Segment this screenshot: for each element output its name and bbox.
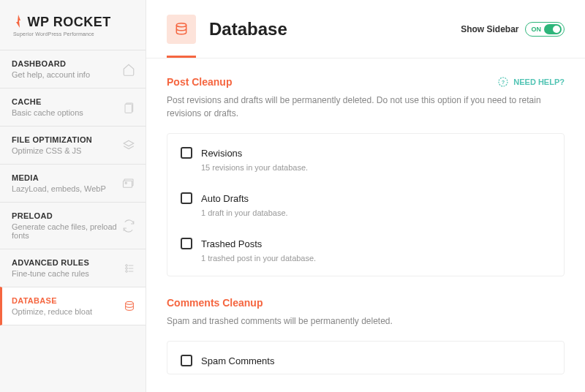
post-cleanup-card: Revisions 15 revisions in your database.… — [167, 133, 565, 276]
refresh-icon — [122, 219, 135, 233]
checkbox-auto-drafts[interactable] — [181, 192, 192, 204]
section-desc: Post revisions and drafts will be perman… — [167, 94, 565, 120]
sidebar-item-preload[interactable]: PRELOAD Generate cache files, preload fo… — [0, 202, 146, 249]
sidebar-item-file-optimization[interactable]: FILE OPTIMIZATION Optimize CSS & JS — [0, 126, 146, 164]
check-label: Revisions — [201, 148, 242, 159]
database-icon — [124, 300, 135, 313]
checkbox-revisions[interactable] — [181, 147, 192, 159]
toggle-knob — [544, 24, 562, 34]
toggle-switch[interactable]: ON — [525, 22, 565, 37]
nav-sub: LazyLoad, embeds, WebP — [12, 184, 134, 193]
check-label: Spam Comments — [201, 355, 274, 366]
help-label: NEED HELP? — [513, 78, 565, 86]
svg-rect-1 — [125, 104, 132, 113]
layers-icon — [122, 139, 135, 152]
section-title-post-cleanup: Post Cleanup — [167, 76, 232, 88]
home-icon — [122, 63, 135, 76]
nav-sub: Fine-tune cache rules — [12, 269, 134, 278]
option-spam-comments: Spam Comments — [167, 344, 564, 371]
section-desc: Spam and trashed comments will be perman… — [167, 314, 565, 328]
comments-cleanup-card: Spam Comments — [167, 341, 565, 374]
nav-title: DATABASE — [12, 296, 134, 305]
logo-text-rocket: ROCKET — [53, 15, 111, 29]
option-auto-drafts: Auto Drafts 1 draft in your database. — [167, 182, 564, 227]
section-title-comments-cleanup: Comments Cleanup — [167, 297, 565, 309]
option-revisions: Revisions 15 revisions in your database. — [167, 137, 564, 182]
need-help-link[interactable]: ? NEED HELP? — [497, 76, 565, 88]
page-title: Database — [209, 19, 461, 39]
nav-title: ADVANCED RULES — [12, 258, 134, 267]
nav-title: CACHE — [12, 97, 134, 106]
logo-text-wp: WP — [28, 15, 50, 29]
page-header: Database Show Sidebar ON — [146, 0, 585, 44]
svg-point-7 — [126, 267, 128, 269]
sidebar-item-database[interactable]: DATABASE Optimize, reduce bloat — [0, 287, 146, 325]
svg-point-12 — [176, 23, 186, 27]
checkbox-trashed-posts[interactable] — [181, 238, 192, 249]
sidebar: WP ROCKET Superior WordPress Performance… — [0, 0, 146, 392]
nav-title: FILE OPTIMIZATION — [12, 135, 134, 144]
section-head: Post Cleanup ? NEED HELP? — [167, 76, 565, 88]
rocket-icon — [13, 15, 23, 28]
images-icon — [122, 178, 135, 189]
toggle-state: ON — [532, 26, 542, 33]
option-trashed-posts: Trashed Posts 1 trashed post in your dat… — [167, 227, 564, 273]
sidebar-item-dashboard[interactable]: DASHBOARD Get help, account info — [0, 50, 146, 88]
nav-sub: Generate cache files, preload fonts — [12, 222, 134, 240]
logo-subtitle: Superior WordPress Performance — [13, 31, 132, 37]
nav-sub: Optimize, reduce bloat — [12, 307, 134, 316]
svg-point-9 — [126, 270, 128, 272]
show-sidebar-toggle[interactable]: Show Sidebar ON — [461, 22, 565, 37]
checkbox-spam-comments[interactable] — [181, 355, 192, 366]
section-comments-cleanup: Comments Cleanup Spam and trashed commen… — [167, 297, 565, 374]
nav-sub: Basic cache options — [12, 108, 134, 117]
toggle-text: Show Sidebar — [461, 24, 518, 34]
svg-point-11 — [126, 301, 134, 304]
nav-title: PRELOAD — [12, 211, 134, 220]
check-label: Trashed Posts — [201, 238, 262, 249]
file-icon — [124, 101, 135, 114]
sidebar-item-advanced-rules[interactable]: ADVANCED RULES Fine-tune cache rules — [0, 249, 146, 287]
sidebar-item-media[interactable]: MEDIA LazyLoad, embeds, WebP — [0, 164, 146, 202]
nav-title: MEDIA — [12, 173, 134, 182]
check-label: Auto Drafts — [201, 193, 249, 204]
svg-rect-3 — [124, 181, 132, 187]
help-icon: ? — [497, 76, 509, 88]
svg-text:?: ? — [502, 79, 505, 86]
nav-sub: Optimize CSS & JS — [12, 146, 134, 155]
sliders-icon — [124, 263, 135, 274]
logo: WP ROCKET Superior WordPress Performance — [0, 0, 146, 50]
sidebar-item-cache[interactable]: CACHE Basic cache options — [0, 88, 146, 126]
nav-title: DASHBOARD — [12, 59, 134, 68]
content: Post Cleanup ? NEED HELP? Post revisions… — [146, 59, 585, 374]
check-sub: 1 trashed post in your database. — [201, 254, 551, 263]
nav-sub: Get help, account info — [12, 70, 134, 79]
main-content: Database Show Sidebar ON Post Cleanup ? … — [146, 0, 585, 392]
database-icon — [167, 15, 196, 44]
check-sub: 15 revisions in your database. — [201, 163, 551, 172]
check-sub: 1 draft in your database. — [201, 208, 551, 217]
svg-point-5 — [126, 264, 128, 266]
